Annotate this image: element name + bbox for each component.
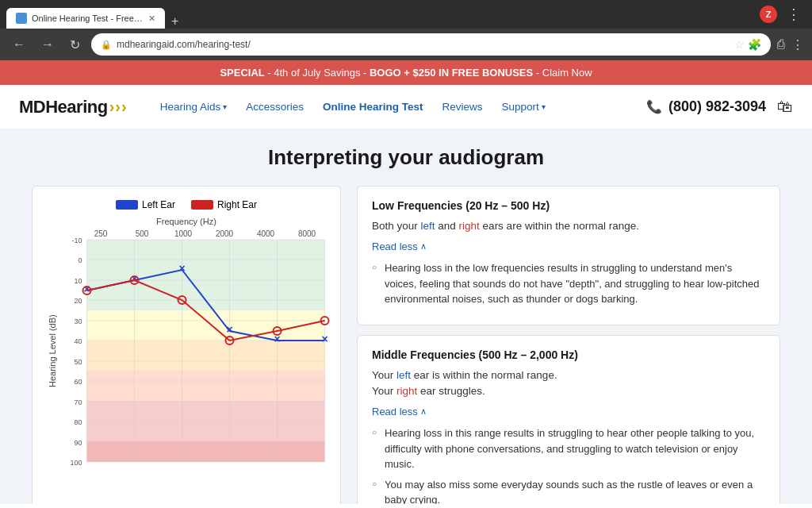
extension-icon[interactable]: 🧩 — [748, 38, 761, 51]
back-button[interactable]: ← — [8, 34, 30, 55]
browser-menu-button[interactable]: ⋮ — [782, 2, 806, 26]
profile-avatar[interactable]: Z — [760, 6, 777, 23]
legend-right-color — [191, 200, 213, 210]
low-freq-bullets: Hearing loss in the low frequencies resu… — [372, 260, 765, 307]
svg-text:×: × — [178, 262, 185, 275]
browser-tab-active[interactable]: Online Hearing Test - Free, Ins… ✕ — [6, 8, 165, 29]
phone-icon: 📞 — [646, 99, 662, 114]
chart-main: Hearing Level (dB) — [45, 240, 327, 462]
mid-freq-bullet-1: Hearing loss in this range results in st… — [372, 425, 765, 472]
address-text: mdhearingaid.com/hearing-test/ — [117, 39, 730, 50]
read-less-button-low[interactable]: Read less ∧ — [372, 241, 765, 252]
chevron-down-icon-support: ▾ — [542, 102, 546, 111]
svg-text:0: 0 — [78, 256, 82, 264]
low-freq-card: Low Frequencies (20 Hz – 500 Hz) Both yo… — [357, 186, 780, 325]
x-axis-ticks: 250 500 1000 2000 4000 8000 — [45, 229, 327, 238]
svg-text:×: × — [226, 323, 232, 336]
left-ear-label-mid: left — [396, 369, 411, 381]
more-icon[interactable]: ⋮ — [791, 37, 804, 52]
low-freq-bullet-1: Hearing loss in the low frequencies resu… — [372, 260, 765, 307]
content-wrapper: Left Ear Right Ear Frequency (Hz) 250 50… — [32, 186, 780, 504]
x-tick-250: 250 — [80, 229, 121, 238]
logo-arrows: › › › — [109, 98, 127, 116]
svg-rect-5 — [86, 441, 324, 462]
mid-freq-bullets: Hearing loss in this range results in st… — [372, 425, 765, 504]
tab-close-button[interactable]: ✕ — [148, 13, 155, 24]
address-actions: ☆ 🧩 — [734, 38, 761, 51]
promo-banner[interactable]: SPECIAL - 4th of July Savings - BOGO + $… — [0, 60, 812, 85]
svg-text:×: × — [321, 333, 327, 345]
star-icon[interactable]: ☆ — [734, 38, 745, 51]
x-tick-4000: 4000 — [245, 229, 286, 238]
browser-chrome: Online Hearing Test - Free, Ins… ✕ + Z ⋮ — [0, 0, 812, 29]
logo-text: MDHearing — [19, 97, 108, 117]
left-ear-label-low: left — [421, 220, 435, 232]
nav-hearing-aids[interactable]: Hearing Aids ▾ — [152, 94, 236, 119]
share-icon[interactable]: ⎙ — [777, 37, 785, 52]
x-tick-8000: 8000 — [286, 229, 327, 238]
x-tick-2000: 2000 — [204, 229, 245, 238]
page-title: Interpreting your audiogram — [32, 145, 780, 170]
nav-support[interactable]: Support ▾ — [494, 94, 553, 119]
right-ear-label-mid: right — [396, 385, 417, 397]
svg-text:80: 80 — [74, 418, 82, 426]
header-phone: 📞 (800) 982-3094 — [646, 98, 766, 115]
cart-icon[interactable]: 🛍 — [777, 98, 793, 116]
chevron-down-icon: ▾ — [223, 102, 227, 111]
svg-text:90: 90 — [74, 439, 82, 447]
svg-text:50: 50 — [74, 358, 82, 366]
site-header: MDHearing › › › Hearing Aids ▾ Accessori… — [0, 85, 812, 129]
svg-rect-1 — [86, 310, 324, 341]
legend-left-color — [116, 200, 138, 210]
address-bar-row: ← → ↻ 🔒 mdhearingaid.com/hearing-test/ ☆… — [0, 29, 812, 60]
audiogram-svg: -10 0 10 20 30 40 50 60 70 80 90 100 — [60, 240, 327, 462]
browser-tabs: Online Hearing Test - Free, Ins… ✕ + — [6, 0, 185, 29]
x-tick-500: 500 — [121, 229, 163, 238]
logo-arrow-1: › — [109, 98, 115, 116]
svg-text:70: 70 — [74, 398, 82, 406]
lock-icon: 🔒 — [101, 40, 112, 50]
svg-rect-4 — [86, 401, 324, 441]
main-content: Interpreting your audiogram Left Ear Rig… — [0, 129, 812, 504]
chart-legend: Left Ear Right Ear — [45, 199, 327, 210]
logo-arrow-2: › — [115, 98, 121, 116]
svg-text:20: 20 — [74, 297, 82, 305]
site-logo[interactable]: MDHearing › › › — [19, 97, 127, 117]
forward-button[interactable]: → — [36, 34, 59, 55]
svg-text:40: 40 — [74, 337, 82, 345]
read-less-button-mid[interactable]: Read less ∧ — [372, 406, 765, 418]
promo-text: SPECIAL - 4th of July Savings - BOGO + $… — [220, 67, 592, 79]
mid-freq-card: Middle Frequencies (500 Hz – 2,000 Hz) Y… — [357, 335, 780, 504]
tab-title: Online Hearing Test - Free, Ins… — [32, 13, 144, 23]
right-ear-label-low: right — [459, 220, 480, 232]
svg-text:-10: -10 — [71, 237, 82, 244]
legend-right-label: Right Ear — [217, 199, 257, 210]
chevron-up-icon: ∧ — [420, 241, 427, 252]
svg-text:100: 100 — [70, 459, 82, 467]
mid-freq-desc: Your left ear is within the normal range… — [372, 368, 765, 400]
nav-online-hearing-test[interactable]: Online Hearing Test — [315, 94, 431, 119]
info-cards: Low Frequencies (20 Hz – 500 Hz) Both yo… — [357, 186, 780, 504]
address-bar[interactable]: 🔒 mdhearingaid.com/hearing-test/ ☆ 🧩 — [91, 33, 771, 56]
svg-rect-3 — [86, 371, 324, 401]
low-freq-title: Low Frequencies (20 Hz – 500 Hz) — [372, 199, 765, 212]
refresh-button[interactable]: ↻ — [65, 34, 85, 56]
nav-accessories[interactable]: Accessories — [238, 94, 312, 119]
main-nav: Hearing Aids ▾ Accessories Online Hearin… — [152, 94, 646, 119]
y-axis-label: Hearing Level (dB) — [45, 240, 60, 462]
audiogram-chart-card: Left Ear Right Ear Frequency (Hz) 250 50… — [32, 186, 341, 504]
legend-left-label: Left Ear — [142, 199, 175, 210]
mid-freq-title: Middle Frequencies (500 Hz – 2,000 Hz) — [372, 348, 765, 361]
chevron-up-icon-mid: ∧ — [420, 406, 427, 417]
low-freq-desc: Both your left and right ears are within… — [372, 218, 765, 234]
svg-text:10: 10 — [74, 277, 82, 285]
svg-text:30: 30 — [74, 318, 82, 325]
new-tab-button[interactable]: + — [165, 14, 185, 29]
phone-number: (800) 982-3094 — [668, 98, 766, 115]
tab-favicon — [16, 13, 27, 24]
chart-x-label: Frequency (Hz) — [45, 217, 327, 226]
nav-reviews[interactable]: Reviews — [435, 94, 491, 119]
x-tick-1000: 1000 — [163, 229, 204, 238]
mid-freq-bullet-2: You may also miss some everyday sounds s… — [372, 477, 765, 504]
svg-rect-2 — [86, 341, 324, 371]
